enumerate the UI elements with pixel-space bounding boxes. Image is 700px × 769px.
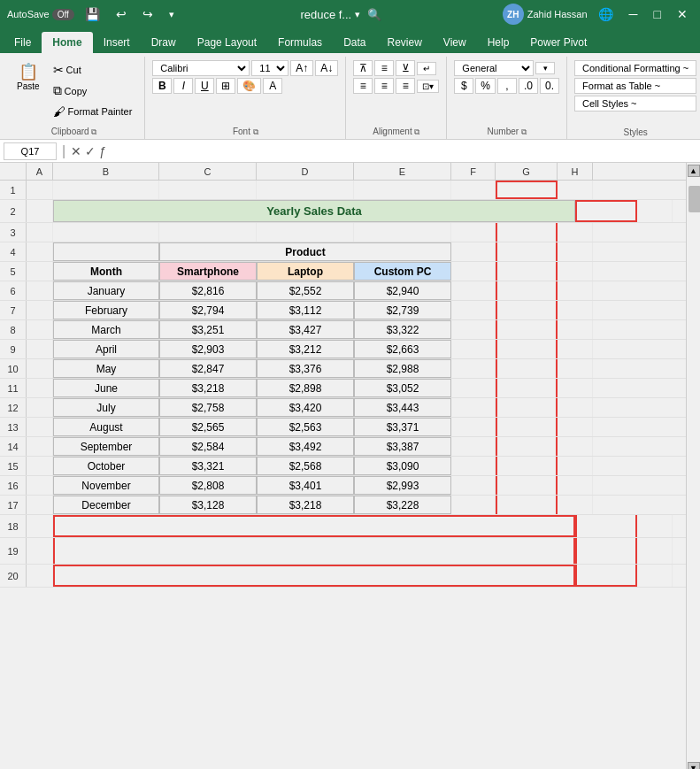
formula-confirm-icon[interactable]: ✓ bbox=[85, 144, 96, 158]
cell-a5[interactable] bbox=[27, 262, 53, 281]
cell-c13[interactable]: $2,565 bbox=[159, 418, 257, 436]
cell-g11[interactable] bbox=[496, 379, 558, 397]
cell-month-header[interactable]: Month bbox=[53, 262, 159, 281]
cell-laptop-header[interactable]: Laptop bbox=[257, 262, 354, 281]
cell-e11[interactable]: $3,052 bbox=[354, 379, 451, 397]
col-header-h[interactable]: H bbox=[558, 163, 593, 180]
cell-g15[interactable] bbox=[496, 457, 558, 475]
cell-g18[interactable] bbox=[575, 515, 637, 537]
conditional-formatting-button[interactable]: Conditional Formatting ~ bbox=[574, 60, 696, 76]
cell-title[interactable]: Yearly Sales Data bbox=[53, 200, 575, 222]
cell-d12[interactable]: $3,420 bbox=[257, 398, 354, 417]
cell-g19[interactable] bbox=[575, 538, 637, 564]
decrease-font-button[interactable]: A↓ bbox=[315, 60, 338, 76]
align-bottom-button[interactable]: ⊻ bbox=[396, 60, 415, 76]
bold-button[interactable]: B bbox=[152, 78, 172, 94]
cell-e7[interactable]: $2,739 bbox=[354, 301, 451, 319]
scroll-thumb[interactable] bbox=[688, 186, 701, 212]
cell-g1[interactable] bbox=[496, 181, 558, 199]
increase-decimal-button[interactable]: .0 bbox=[519, 78, 538, 94]
cell-e15[interactable]: $3,090 bbox=[354, 457, 451, 475]
col-header-c[interactable]: C bbox=[159, 163, 257, 180]
cell-h18[interactable] bbox=[637, 515, 673, 537]
cell-product-header[interactable]: Product bbox=[159, 242, 451, 261]
cell-f1[interactable] bbox=[451, 181, 496, 199]
decrease-decimal-button[interactable]: 0. bbox=[540, 78, 559, 94]
cell-h14[interactable] bbox=[558, 437, 593, 456]
col-header-g[interactable]: G bbox=[496, 163, 558, 180]
cell-h15[interactable] bbox=[558, 457, 593, 475]
tab-review[interactable]: Review bbox=[376, 32, 432, 53]
cell-b8[interactable]: March bbox=[53, 320, 159, 339]
cell-a18[interactable] bbox=[27, 515, 53, 537]
cell-e8[interactable]: $3,322 bbox=[354, 320, 451, 339]
cell-custompc-header[interactable]: Custom PC bbox=[354, 262, 451, 281]
cell-g4[interactable] bbox=[496, 242, 558, 261]
cell-d3[interactable] bbox=[257, 223, 354, 242]
number-format-expand[interactable]: ▾ bbox=[535, 62, 555, 74]
tab-file[interactable]: File bbox=[4, 32, 42, 53]
cell-b19[interactable] bbox=[53, 538, 575, 564]
formula-insert-icon[interactable]: ƒ bbox=[99, 144, 106, 158]
cell-b18-wide[interactable] bbox=[53, 515, 575, 537]
cell-g13[interactable] bbox=[496, 418, 558, 436]
cell-b6[interactable]: January bbox=[53, 281, 159, 300]
cell-b16[interactable]: November bbox=[53, 476, 159, 495]
maximize-button[interactable]: □ bbox=[649, 5, 666, 23]
cell-a13[interactable] bbox=[27, 418, 53, 436]
cell-f7[interactable] bbox=[451, 301, 496, 319]
cell-h10[interactable] bbox=[558, 359, 593, 378]
cell-e6[interactable]: $2,940 bbox=[354, 281, 451, 300]
cell-d14[interactable]: $3,492 bbox=[257, 437, 354, 456]
cell-g16[interactable] bbox=[496, 476, 558, 495]
fill-color-button[interactable]: 🎨 bbox=[237, 78, 261, 94]
font-family-select[interactable]: Calibri bbox=[152, 60, 250, 76]
cell-d13[interactable]: $2,563 bbox=[257, 418, 354, 436]
font-color-button[interactable]: A bbox=[263, 78, 282, 94]
cell-f17[interactable] bbox=[451, 496, 496, 514]
cell-a1[interactable] bbox=[27, 181, 53, 199]
cell-g7[interactable] bbox=[496, 301, 558, 319]
col-header-b[interactable]: B bbox=[53, 163, 159, 180]
col-header-d[interactable]: D bbox=[257, 163, 354, 180]
cell-c9[interactable]: $2,903 bbox=[159, 340, 257, 358]
formula-cancel-icon[interactable]: ✕ bbox=[71, 144, 81, 158]
save-button[interactable]: 💾 bbox=[80, 5, 105, 23]
cell-f9[interactable] bbox=[451, 340, 496, 358]
align-top-button[interactable]: ⊼ bbox=[353, 60, 373, 76]
cell-h3[interactable] bbox=[558, 223, 593, 242]
cell-f5[interactable] bbox=[451, 262, 496, 281]
cell-reference-input[interactable] bbox=[4, 142, 57, 160]
cell-c8[interactable]: $3,251 bbox=[159, 320, 257, 339]
cell-h20[interactable] bbox=[637, 565, 673, 587]
cell-e13[interactable]: $3,371 bbox=[354, 418, 451, 436]
cell-g14[interactable] bbox=[496, 437, 558, 456]
cell-g5[interactable] bbox=[496, 262, 558, 281]
col-header-a[interactable]: A bbox=[27, 163, 53, 180]
cell-e16[interactable]: $2,993 bbox=[354, 476, 451, 495]
cell-b14[interactable]: September bbox=[53, 437, 159, 456]
tab-power-pivot[interactable]: Power Pivot bbox=[519, 32, 597, 53]
col-header-f[interactable]: F bbox=[451, 163, 496, 180]
cell-b10[interactable]: May bbox=[53, 359, 159, 378]
col-header-e[interactable]: E bbox=[354, 163, 451, 180]
minimize-button[interactable]: ─ bbox=[624, 5, 643, 23]
cell-f12[interactable] bbox=[451, 398, 496, 417]
tab-draw[interactable]: Draw bbox=[141, 32, 187, 53]
cell-f3[interactable] bbox=[451, 223, 496, 242]
cell-h2[interactable] bbox=[637, 200, 673, 222]
cell-f13[interactable] bbox=[451, 418, 496, 436]
format-as-table-button[interactable]: Format as Table ~ bbox=[574, 78, 696, 94]
cell-f6[interactable] bbox=[451, 281, 496, 300]
font-size-select[interactable]: 11 bbox=[251, 60, 288, 76]
cell-d6[interactable]: $2,552 bbox=[257, 281, 354, 300]
cell-e3[interactable] bbox=[354, 223, 451, 242]
tab-page-layout[interactable]: Page Layout bbox=[187, 32, 267, 53]
cell-g9[interactable] bbox=[496, 340, 558, 358]
cut-button[interactable]: ✂ Cut bbox=[48, 60, 138, 80]
cell-e10[interactable]: $2,988 bbox=[354, 359, 451, 378]
number-format-select[interactable]: General bbox=[454, 60, 534, 76]
cell-h6[interactable] bbox=[558, 281, 593, 300]
cell-d11[interactable]: $2,898 bbox=[257, 379, 354, 397]
cell-h11[interactable] bbox=[558, 379, 593, 397]
